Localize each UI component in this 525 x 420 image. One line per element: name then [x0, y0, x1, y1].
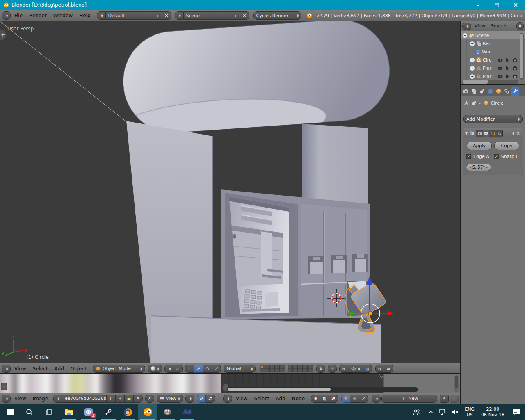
image-name-field[interactable]: ee705f6d343536b... — [62, 395, 107, 403]
renderability-camera-icon[interactable] — [512, 57, 518, 63]
editor-type-button-outliner[interactable] — [462, 23, 471, 30]
pin-icon[interactable] — [463, 100, 469, 106]
screen-layout-delete-button[interactable]: ✕ — [162, 11, 171, 20]
world-shader-button[interactable] — [350, 395, 359, 403]
collapse-icon[interactable]: − — [463, 33, 467, 38]
menu-help[interactable]: Help — [76, 13, 93, 18]
snap-toggle[interactable] — [339, 365, 348, 373]
snap-target-selector[interactable] — [363, 365, 372, 373]
node-editor-canvas[interactable]: + — [221, 374, 460, 393]
restore-button[interactable] — [487, 0, 506, 10]
renderability-camera-icon[interactable] — [512, 65, 518, 71]
manipulator-toggle[interactable] — [185, 365, 194, 373]
expand-icon[interactable]: + — [470, 74, 475, 79]
menu-window[interactable]: Window — [50, 13, 75, 18]
shader-nodes-button[interactable] — [311, 395, 320, 403]
material-new-button[interactable]: ＋New — [381, 395, 437, 403]
outliner-row-plane1[interactable]: + Plar — [461, 64, 525, 72]
visibility-eye-icon[interactable] — [497, 57, 503, 63]
modifier-render-toggle[interactable] — [476, 130, 483, 137]
node-menu-node[interactable]: Node — [289, 396, 308, 402]
screen-layout-name[interactable]: Default — [106, 11, 153, 20]
object-data-icon[interactable] — [471, 100, 477, 106]
gimp-button[interactable] — [158, 404, 177, 420]
uv-pivot-selector[interactable] — [185, 395, 194, 403]
mode-selector[interactable]: Object Mode — [93, 365, 145, 373]
scene-delete-button[interactable]: ✕ — [240, 11, 249, 20]
menu-view[interactable]: View — [11, 366, 29, 372]
expand-icon[interactable]: + — [470, 41, 475, 46]
editor-type-button-node[interactable] — [223, 395, 232, 403]
expand-icon[interactable]: + — [470, 66, 475, 71]
modifier-editmode-toggle[interactable] — [489, 130, 496, 137]
node-pin-button[interactable] — [440, 395, 449, 403]
editor-border-vertical[interactable] — [460, 21, 461, 404]
renderability-camera-icon[interactable] — [512, 73, 518, 79]
modifier-copy-button[interactable]: Copy — [494, 142, 519, 150]
outliner-item-label[interactable]: Circ — [483, 57, 491, 63]
linestyle-shader-button[interactable] — [359, 395, 368, 403]
editor-border-horizontal[interactable] — [0, 373, 460, 374]
menu-add[interactable]: Add — [52, 366, 67, 372]
editor-type-button-3dview[interactable] — [2, 365, 11, 373]
tab-render[interactable] — [462, 87, 470, 96]
image-menu-image[interactable]: Image — [30, 396, 51, 402]
search-button[interactable] — [20, 404, 39, 420]
close-button[interactable]: × — [506, 0, 525, 10]
modifier-apply-button[interactable]: Apply — [467, 142, 492, 150]
slider-right-arrow-icon[interactable]: ▸ — [486, 165, 488, 169]
clock[interactable]: 22:0006-Nov-18 — [478, 406, 508, 418]
outliner-hscrollbar[interactable] — [462, 80, 518, 84]
opengl-render-animation-button[interactable] — [384, 365, 393, 373]
file-explorer-button[interactable] — [59, 404, 79, 420]
steam-button[interactable] — [98, 404, 118, 420]
network-icon[interactable] — [437, 409, 449, 415]
visibility-eye-icon[interactable] — [497, 73, 503, 79]
tray-chevron-up-icon[interactable] — [425, 411, 437, 414]
modifier-move-arrows[interactable] — [512, 132, 514, 135]
scene-name[interactable]: Scene — [184, 11, 231, 20]
editor-border-right[interactable] — [461, 84, 525, 85]
viewport-shading-selector[interactable] — [148, 365, 162, 373]
menu-select[interactable]: Select — [30, 366, 50, 372]
tab-constraints[interactable] — [503, 87, 511, 96]
outliner-vscrollbar[interactable] — [520, 33, 524, 80]
outliner-row-circle[interactable]: + Circ — [461, 56, 525, 64]
edge-angle-checkbox[interactable] — [466, 154, 471, 159]
tab-scene[interactable] — [478, 87, 486, 96]
compositing-nodes-button[interactable] — [320, 395, 329, 403]
window-titlebar[interactable]: Blender [D:\3dcg\petrol.blend] – × — [0, 0, 525, 10]
screen-layout-icon[interactable] — [97, 11, 106, 20]
node-hscrollbar[interactable] — [227, 387, 418, 392]
visibility-eye-icon[interactable] — [497, 65, 503, 71]
image-new-button[interactable]: ＋ — [116, 395, 125, 403]
outliner-menu-view[interactable]: View — [472, 23, 488, 29]
expand-icon[interactable]: + — [470, 58, 475, 62]
tab-render-layers[interactable] — [470, 87, 478, 96]
minimize-button[interactable]: – — [468, 0, 487, 10]
outliner-item-label[interactable]: Plar — [483, 66, 491, 71]
pivot-point-selector[interactable] — [164, 365, 173, 373]
modifier-delete-icon[interactable]: ✕ — [516, 131, 521, 136]
add-modifier-dropdown[interactable]: Add Modifier — [463, 115, 523, 123]
image-pin-button[interactable] — [145, 395, 154, 403]
action-center-button[interactable] — [508, 409, 525, 415]
node-parent-button[interactable] — [450, 395, 459, 403]
image-properties-tab[interactable]: + — [1, 383, 7, 390]
snap-element-selector[interactable] — [348, 365, 363, 373]
image-editor-canvas[interactable]: + — [0, 374, 221, 393]
outliner-row-plane2[interactable]: + Plar — [461, 72, 525, 80]
split-angle-slider[interactable]: ◂ S: 57° ▸ — [466, 164, 491, 171]
manipulate-center-points-toggle[interactable] — [173, 365, 183, 373]
outliner-item-label[interactable]: Ren — [483, 41, 491, 46]
rotate-manipulator-button[interactable] — [203, 365, 212, 373]
menu-file[interactable]: File — [11, 13, 25, 18]
outliner-row-renderlayers[interactable]: + Ren — [461, 39, 525, 48]
discord-button[interactable]: 1 — [79, 404, 98, 420]
start-button[interactable] — [0, 404, 20, 420]
editor-type-button-info[interactable]: i — [2, 11, 11, 20]
ea-origin-button[interactable]: EA — [177, 404, 197, 420]
firefox-button[interactable] — [118, 404, 138, 420]
slider-left-arrow-icon[interactable]: ◂ — [470, 165, 471, 169]
menu-object[interactable]: Object — [68, 366, 89, 372]
